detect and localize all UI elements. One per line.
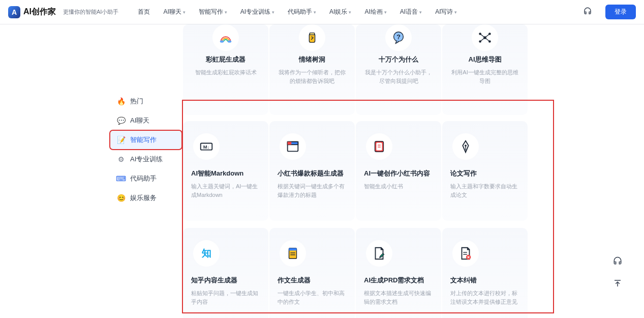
nav-代码助手[interactable]: 代码助手▾: [288, 8, 316, 16]
card-作文生成器[interactable]: 作文生成器一键生成小学生、初中和高中的作文: [269, 228, 355, 318]
card-彩虹屁生成器[interactable]: 彩虹屁生成器智能生成彩虹屁吹捧话术: [183, 24, 268, 115]
card-title: 彩虹屁生成器: [190, 55, 261, 64]
card-desc: 利用AI一键生成完整的思维导图: [449, 68, 520, 85]
chevron-down-icon: ▾: [454, 10, 457, 15]
card-desc: 输入主题关键词，AI一键生成Markdown: [191, 182, 260, 199]
back-to-top-icon[interactable]: [610, 276, 625, 291]
chevron-down-icon: ▾: [183, 10, 186, 15]
sidebar-item-1[interactable]: 💬AI聊天: [110, 111, 182, 130]
card-title: AI思维导图: [449, 55, 520, 64]
svg-text:M↓: M↓: [203, 144, 209, 150]
card-论文写作[interactable]: 论文写作输入主题和字数要求自动生成论文: [442, 121, 528, 221]
top-nav: 首页AI聊天▾智能写作▾AI专业训练▾代码助手▾AI娱乐▾AI绘画▾AI语音▾A…: [138, 8, 579, 16]
sidebar: 🔥热门💬AI聊天📝智能写作⚙AI专业训练⌨代码助手😊娱乐服务: [0, 24, 183, 318]
svg-text:?: ?: [396, 33, 401, 41]
svg-point-0: [220, 40, 224, 43]
nav-AI写诗[interactable]: AI写诗▾: [435, 8, 457, 16]
card-desc: 一键生成小学生、初中和高中的作文: [278, 289, 347, 306]
card-title: 十万个为什么: [363, 55, 434, 64]
nav-AI专业训练[interactable]: AI专业训练▾: [240, 8, 274, 16]
mindmap-icon: [472, 24, 498, 51]
nav-智能写作[interactable]: 智能写作▾: [199, 8, 227, 16]
svg-text:知: 知: [201, 248, 211, 258]
chevron-down-icon: ▾: [272, 10, 274, 15]
sidebar-item-2[interactable]: 📝智能写作: [110, 130, 182, 150]
sidebar-icon: 🔥: [117, 97, 125, 105]
svg-rect-24: [289, 248, 297, 251]
sidebar-icon: 💬: [117, 117, 125, 125]
sidebar-label: AI专业训练: [130, 155, 163, 164]
card-title: AI智能Markdown: [191, 169, 260, 178]
card-desc: 根据关键词一键生成多个有爆款潜力的标题: [278, 182, 347, 199]
card-desc: 粘贴知乎问题，一键生成知乎内容: [191, 289, 260, 306]
logo-text: AI创作家: [23, 7, 56, 17]
card-AI一键创作小红书内容[interactable]: AI一键创作小红书内容智能生成小红书: [356, 121, 441, 221]
sidebar-item-5[interactable]: 😊娱乐服务: [110, 188, 182, 208]
card-AI思维导图[interactable]: AI思维导图利用AI一键生成完整的思维导图: [442, 24, 528, 115]
svg-point-20: [465, 144, 467, 147]
card-十万个为什么[interactable]: ?十万个为什么我是十万个为什么小助手，尽管向我提问吧: [356, 24, 441, 115]
card-desc: 我将作为一个倾听者，把你的烦恼都告诉我吧: [277, 68, 348, 85]
nav-AI聊天[interactable]: AI聊天▾: [163, 8, 185, 16]
float-support-icon[interactable]: [610, 254, 625, 268]
nav-AI绘画[interactable]: AI绘画▾: [364, 8, 386, 16]
logo-icon: A: [8, 6, 20, 18]
svg-rect-17: [376, 143, 382, 151]
card-小红书爆款标题生成器[interactable]: 小红书爆款标题生成器根据关键词一键生成多个有爆款潜力的标题: [269, 121, 355, 221]
svg-rect-3: [310, 33, 314, 35]
cup-icon: [299, 24, 325, 51]
chevron-down-icon: ▾: [419, 10, 422, 15]
login-button[interactable]: 登录: [605, 5, 636, 19]
card-desc: 智能生成彩虹屁吹捧话术: [190, 68, 261, 77]
chevron-down-icon: ▾: [349, 10, 351, 15]
card-title: 文本纠错: [450, 276, 519, 285]
sidebar-icon: ⌨: [117, 175, 125, 183]
header: A AI创作家 更懂你的智能AI小助手 首页AI聊天▾智能写作▾AI专业训练▾代…: [0, 0, 644, 24]
header-subtitle: 更懂你的智能AI小助手: [63, 8, 118, 16]
card-文本纠错[interactable]: 文本纠错对上传的文本进行校对，标注错误文本并提供修正意见: [442, 228, 528, 318]
prd-icon: [366, 240, 392, 267]
nav-AI语音[interactable]: AI语音▾: [400, 8, 422, 16]
sidebar-label: AI聊天: [130, 116, 149, 125]
chevron-down-icon: ▾: [384, 10, 387, 15]
svg-point-1: [228, 40, 232, 43]
sidebar-item-4[interactable]: ⌨代码助手: [110, 169, 182, 188]
card-知乎内容生成器[interactable]: 知知乎内容生成器粘贴知乎问题，一键生成知乎内容: [183, 228, 268, 318]
card-title: 作文生成器: [278, 276, 347, 285]
nav-AI娱乐[interactable]: AI娱乐▾: [329, 8, 351, 16]
docx-icon: [452, 240, 479, 267]
card-desc: 输入主题和字数要求自动生成论文: [450, 182, 519, 199]
sidebar-label: 智能写作: [130, 135, 157, 144]
sidebar-item-0[interactable]: 🔥热门: [110, 92, 182, 111]
rainbow-icon: [212, 24, 239, 51]
float-buttons: [610, 254, 625, 291]
card-AI生成PRD需求文档[interactable]: AI生成PRD需求文档根据文本描述生成可快速编辑的需求文档: [356, 228, 441, 318]
logo[interactable]: A AI创作家: [8, 6, 56, 18]
chevron-down-icon: ▾: [314, 10, 316, 15]
card-title: 小红书爆款标题生成器: [278, 169, 347, 178]
card-AI智能Markdown[interactable]: M↓AI智能Markdown输入主题关键词，AI一键生成Markdown: [183, 121, 268, 221]
window-icon: [280, 133, 306, 160]
card-title: 论文写作: [450, 169, 519, 178]
card-title: 知乎内容生成器: [191, 276, 260, 285]
note-icon: [366, 133, 392, 160]
card-title: 情绪树洞: [277, 55, 348, 64]
card-desc: 对上传的文本进行校对，标注错误文本并提供修正意见: [450, 289, 519, 306]
svg-rect-15: [288, 142, 292, 145]
sidebar-icon: 😊: [117, 194, 125, 202]
markdown-icon: M↓: [193, 133, 220, 160]
content-area: 彩虹屁生成器智能生成彩虹屁吹捧话术情绪树洞我将作为一个倾听者，把你的烦恼都告诉我…: [183, 24, 644, 318]
question-icon: ?: [385, 24, 412, 51]
card-情绪树洞[interactable]: 情绪树洞我将作为一个倾听者，把你的烦恼都告诉我吧: [269, 24, 355, 115]
support-icon[interactable]: [583, 7, 592, 18]
sidebar-item-3[interactable]: ⚙AI专业训练: [110, 150, 182, 169]
card-title: AI生成PRD需求文档: [364, 276, 433, 285]
sidebar-label: 娱乐服务: [130, 193, 157, 203]
nav-首页[interactable]: 首页: [138, 8, 150, 16]
card-desc: 根据文本描述生成可快速编辑的需求文档: [364, 289, 433, 306]
sidebar-label: 热门: [130, 97, 143, 106]
card-desc: 我是十万个为什么小助手，尽管向我提问吧: [363, 68, 434, 85]
card-title: AI一键创作小红书内容: [364, 169, 433, 178]
card-desc: 智能生成小红书: [364, 182, 433, 191]
sidebar-label: 代码助手: [130, 174, 157, 183]
